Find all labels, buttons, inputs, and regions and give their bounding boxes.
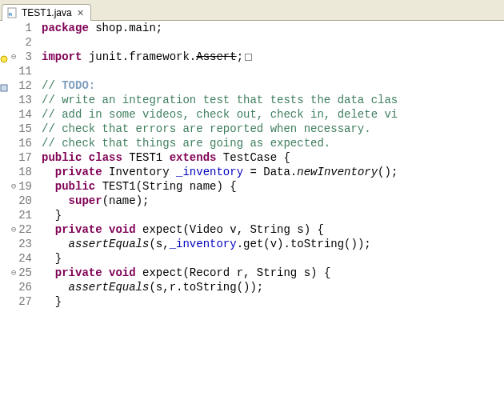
line-number: 18: [0, 165, 32, 179]
code-line[interactable]: // add in some videos, check out, check …: [42, 107, 504, 122]
code-line[interactable]: public TEST1(String name) {: [42, 179, 504, 194]
editor-tab[interactable]: J TEST1.java ✕: [2, 4, 91, 21]
line-number: ⊖3: [0, 50, 32, 64]
line-number: 14: [0, 107, 32, 122]
code-line[interactable]: [42, 35, 504, 50]
code-line[interactable]: // write an integration test that tests …: [42, 93, 504, 107]
line-number: 27: [0, 294, 32, 309]
line-number: 2: [0, 35, 32, 50]
code-line[interactable]: [42, 64, 504, 78]
line-number: 11: [0, 64, 32, 78]
line-number: 13: [0, 93, 32, 107]
svg-point-3: [1, 56, 7, 62]
line-number-gutter: 12⊖31112131415161718⊖192021⊖222324⊖25262…: [0, 21, 38, 420]
code-line[interactable]: assertEquals(s,_inventory.get(v).toStrin…: [42, 237, 504, 251]
code-editor[interactable]: 12⊖31112131415161718⊖192021⊖222324⊖25262…: [0, 21, 504, 420]
code-line[interactable]: }: [42, 208, 504, 222]
line-number: ⊖25: [0, 266, 32, 280]
line-number: 21: [0, 208, 32, 222]
line-number: ⊖22: [0, 222, 32, 237]
line-number: 16: [0, 136, 32, 150]
code-line[interactable]: // check that errors are reported when n…: [42, 122, 504, 136]
line-number: 26: [0, 280, 32, 294]
code-line[interactable]: public class TEST1 extends TestCase {: [42, 150, 504, 165]
code-line[interactable]: }: [42, 294, 504, 309]
code-line[interactable]: private Inventory _inventory = Data.newI…: [42, 165, 504, 179]
code-line[interactable]: super(name);: [42, 194, 504, 208]
code-line[interactable]: // TODO:: [42, 78, 504, 93]
code-line[interactable]: // check that things are going as expect…: [42, 136, 504, 150]
fold-indicator[interactable]: [245, 54, 252, 61]
line-number: 12: [0, 78, 32, 93]
code-area[interactable]: package shop.main;import junit.framework…: [38, 21, 504, 420]
code-line[interactable]: private void expect(Video v, String s) {: [42, 222, 504, 237]
tab-bar: J TEST1.java ✕: [0, 0, 504, 21]
close-icon[interactable]: ✕: [77, 8, 84, 18]
code-line[interactable]: }: [42, 251, 504, 266]
java-file-icon: J: [7, 7, 18, 18]
svg-rect-4: [1, 85, 7, 91]
code-line[interactable]: private void expect(Record r, String s) …: [42, 266, 504, 280]
code-line[interactable]: import junit.framework.Assert;: [42, 50, 504, 64]
line-number: 23: [0, 237, 32, 251]
line-number: 24: [0, 251, 32, 266]
code-line[interactable]: package shop.main;: [42, 21, 504, 35]
line-number: 15: [0, 122, 32, 136]
tab-filename: TEST1.java: [22, 7, 72, 18]
line-number: ⊖19: [0, 179, 32, 194]
line-number: 17: [0, 150, 32, 165]
code-line[interactable]: assertEquals(s,r.toString());: [42, 280, 504, 294]
line-number: 20: [0, 194, 32, 208]
line-number: 1: [0, 21, 32, 35]
